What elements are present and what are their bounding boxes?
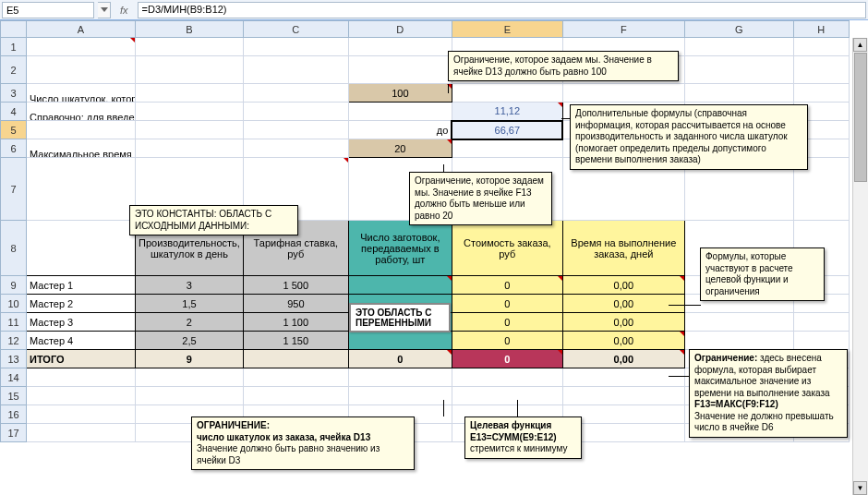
cell-F9[interactable]: 0,00 [562,276,684,295]
connector-line [448,84,449,93]
cell-D13[interactable]: 0 [348,350,452,368]
formula-bar: E5 fx =D3/МИН(B9:B12) [0,0,868,20]
col-header-A[interactable]: A [27,21,136,38]
cell-B13[interactable]: 9 [136,350,244,368]
cell-A3[interactable]: Число шкатулок, которые требуется произв… [27,84,136,103]
comment-e13-objective: Целевая функция E13=СУММ(E9:E12) стремит… [464,417,582,459]
header-E8[interactable]: Стоимость заказа, руб [452,221,562,276]
connector-line [517,400,518,417]
comment-constants: ЭТО КОНСТАНТЫ: ОБЛАСТЬ С ИСХОДНЫМИ ДАННЫ… [129,205,298,235]
cell-D9[interactable] [348,276,452,295]
connector-line [443,400,444,417]
name-box[interactable]: E5 [2,2,94,18]
header-D8[interactable]: Число заготовок, передаваемых в работу, … [348,221,452,276]
cell-D5[interactable]: до [348,121,452,139]
col-header-B[interactable]: B [136,21,244,38]
col-header-C[interactable]: C [243,21,348,38]
svg-marker-0 [101,7,108,12]
cell-D3[interactable]: 100 [348,84,452,103]
comment-d6-constraint: Ограничение, которое задаем мы. Значение… [409,172,552,225]
header-F8[interactable]: Время на выполнение заказа, дней [562,221,684,276]
overlay-variables: ЭТО ОБЛАСТЬ С ПЕРЕМЕННЫМИ [349,303,451,332]
select-all-corner[interactable] [1,21,27,38]
cell-A4[interactable]: Справочно: для введенного числа шкатулок… [27,103,136,121]
cell-E9[interactable]: 0 [452,276,562,295]
comment-d3-constraint: Ограничение, которое задаем мы. Значение… [448,51,679,81]
formula-input[interactable]: =D3/МИН(B9:B12) [138,2,866,18]
fx-label[interactable]: fx [115,5,134,16]
connector-line [669,305,701,306]
cell-E13[interactable]: 0 [452,350,562,368]
col-header-G[interactable]: G [684,21,793,38]
cell-A1[interactable] [27,38,136,56]
scrollbar-thumb[interactable] [854,53,867,182]
cell-A13[interactable]: ИТОГО [27,350,136,368]
col-header-H[interactable]: H [793,21,849,38]
scroll-up-button[interactable]: ▲ [853,38,867,52]
label-max-time: Максимальное время выполнения заказа, дн… [30,149,136,158]
cell-A6[interactable]: Максимальное время выполнения заказа, дн… [27,139,136,158]
scroll-down-button[interactable]: ▼ [853,481,867,495]
cell-A12[interactable]: Мастер 4 [27,332,136,350]
name-box-dropdown[interactable] [98,2,111,18]
connector-line [669,376,689,377]
vertical-scrollbar[interactable]: ▲ ▼ [852,38,868,495]
cell-C9[interactable]: 1 500 [243,276,348,295]
col-header-E[interactable]: E [452,21,562,38]
cell-E5-selected[interactable]: 66,67 [452,121,562,139]
col-header-D[interactable]: D [348,21,452,38]
cell-B9[interactable]: 3 [136,276,244,295]
col-header-F[interactable]: F [562,21,684,38]
cell-E4[interactable]: 11,12 [452,103,562,121]
cell-A11[interactable]: Мастер 3 [27,313,136,332]
connector-line [561,118,570,119]
cell-A10[interactable]: Мастер 2 [27,295,136,313]
cell-D6[interactable]: 20 [348,139,452,158]
connector-line [443,164,444,172]
comment-e4-info: Дополнительные формулы (справочная инфор… [570,104,808,170]
label-ref-from: Справочно: для введенного числа шкатулок… [30,112,136,121]
chevron-down-icon [101,7,108,12]
cell-F13[interactable]: 0,00 [562,350,684,368]
label-boxes-needed: Число шкатулок, которые требуется произв… [30,93,136,103]
row-header-1[interactable]: 1 [1,38,27,56]
cell-A9[interactable]: Мастер 1 [27,276,136,295]
comment-f13-constraint: Ограничение: здесь внесена формула, кото… [689,349,848,438]
comment-formulas: Формулы, которые участвуют в расчете цел… [700,248,825,301]
comment-d13-constraint: ОГРАНИЧЕНИЕ: число шкатулок из заказа, я… [191,417,415,470]
